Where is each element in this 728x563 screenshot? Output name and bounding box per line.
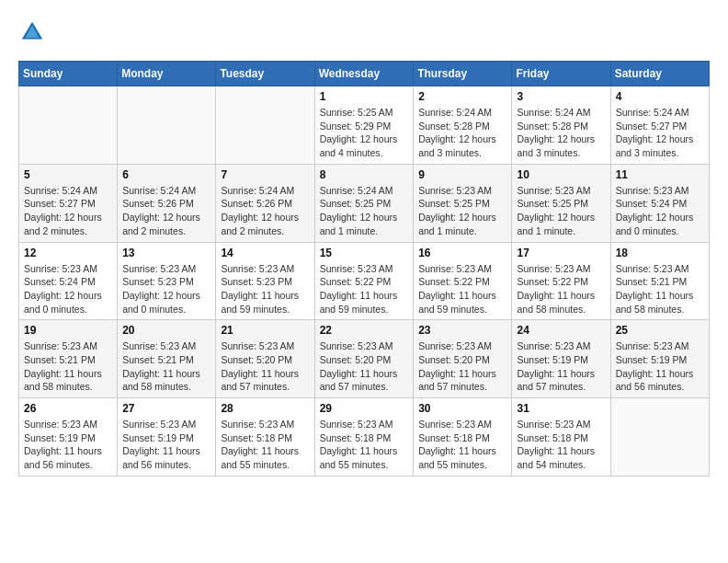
- day-info: Sunrise: 5:24 AMSunset: 5:27 PMDaylight:…: [616, 106, 704, 160]
- logo-icon: [18, 18, 46, 46]
- day-info: Sunrise: 5:23 AMSunset: 5:18 PMDaylight:…: [418, 418, 506, 472]
- calendar-cell: 5Sunrise: 5:24 AMSunset: 5:27 PMDaylight…: [19, 164, 118, 242]
- column-header-sunday: Sunday: [19, 62, 118, 86]
- day-info: Sunrise: 5:23 AMSunset: 5:22 PMDaylight:…: [418, 262, 506, 316]
- day-number: 10: [517, 168, 605, 181]
- day-number: 1: [320, 90, 409, 103]
- calendar-cell: 15Sunrise: 5:23 AMSunset: 5:22 PMDayligh…: [314, 242, 414, 320]
- calendar-cell: 22Sunrise: 5:23 AMSunset: 5:20 PMDayligh…: [314, 320, 414, 398]
- week-row-4: 19Sunrise: 5:23 AMSunset: 5:21 PMDayligh…: [19, 320, 710, 398]
- calendar-cell: 16Sunrise: 5:23 AMSunset: 5:22 PMDayligh…: [414, 242, 512, 320]
- calendar-cell: 26Sunrise: 5:23 AMSunset: 5:19 PMDayligh…: [19, 398, 118, 477]
- day-number: 13: [122, 247, 210, 259]
- logo: [18, 18, 50, 46]
- day-info: Sunrise: 5:23 AMSunset: 5:21 PMDaylight:…: [122, 339, 210, 394]
- day-number: 19: [24, 324, 112, 337]
- day-info: Sunrise: 5:23 AMSunset: 5:23 PMDaylight:…: [122, 262, 210, 316]
- calendar-table: SundayMondayTuesdayWednesdayThursdayFrid…: [18, 61, 710, 477]
- calendar-cell: 28Sunrise: 5:23 AMSunset: 5:18 PMDayligh…: [216, 398, 314, 477]
- calendar-cell: 27Sunrise: 5:23 AMSunset: 5:19 PMDayligh…: [118, 398, 216, 477]
- calendar-cell: 30Sunrise: 5:23 AMSunset: 5:18 PMDayligh…: [414, 398, 512, 477]
- day-info: Sunrise: 5:24 AMSunset: 5:28 PMDaylight:…: [418, 106, 506, 160]
- calendar-cell: 3Sunrise: 5:24 AMSunset: 5:28 PMDaylight…: [512, 86, 610, 165]
- day-number: 17: [517, 247, 605, 259]
- week-row-1: 1Sunrise: 5:25 AMSunset: 5:29 PMDaylight…: [19, 86, 710, 165]
- column-header-monday: Monday: [118, 62, 216, 86]
- column-header-friday: Friday: [512, 62, 610, 86]
- day-number: 11: [616, 168, 704, 181]
- day-info: Sunrise: 5:23 AMSunset: 5:20 PMDaylight:…: [418, 339, 506, 394]
- day-number: 20: [122, 324, 210, 337]
- calendar-cell: 24Sunrise: 5:23 AMSunset: 5:19 PMDayligh…: [512, 320, 610, 398]
- calendar-cell: 7Sunrise: 5:24 AMSunset: 5:26 PMDaylight…: [216, 164, 314, 242]
- day-number: 30: [418, 402, 506, 415]
- column-header-saturday: Saturday: [610, 62, 709, 86]
- day-number: 3: [517, 90, 605, 103]
- day-number: 4: [616, 90, 704, 103]
- day-number: 27: [122, 402, 210, 415]
- calendar-cell: 9Sunrise: 5:23 AMSunset: 5:25 PMDaylight…: [414, 164, 512, 242]
- calendar-cell: 6Sunrise: 5:24 AMSunset: 5:26 PMDaylight…: [118, 164, 216, 242]
- day-number: 18: [616, 247, 704, 259]
- day-info: Sunrise: 5:23 AMSunset: 5:19 PMDaylight:…: [122, 418, 210, 472]
- calendar-cell: [19, 86, 118, 165]
- day-info: Sunrise: 5:23 AMSunset: 5:20 PMDaylight:…: [221, 339, 309, 394]
- calendar-cell: 8Sunrise: 5:24 AMSunset: 5:25 PMDaylight…: [314, 164, 414, 242]
- day-number: 23: [418, 324, 506, 337]
- calendar-cell: 20Sunrise: 5:23 AMSunset: 5:21 PMDayligh…: [118, 320, 216, 398]
- day-info: Sunrise: 5:23 AMSunset: 5:22 PMDaylight:…: [320, 262, 409, 316]
- column-header-wednesday: Wednesday: [314, 62, 414, 86]
- day-info: Sunrise: 5:23 AMSunset: 5:19 PMDaylight:…: [616, 339, 704, 394]
- day-info: Sunrise: 5:23 AMSunset: 5:25 PMDaylight:…: [418, 184, 506, 238]
- calendar-cell: [610, 398, 709, 477]
- day-info: Sunrise: 5:24 AMSunset: 5:25 PMDaylight:…: [320, 184, 409, 238]
- day-number: 12: [24, 247, 112, 259]
- calendar-header-row: SundayMondayTuesdayWednesdayThursdayFrid…: [19, 62, 710, 86]
- day-info: Sunrise: 5:23 AMSunset: 5:20 PMDaylight:…: [320, 339, 409, 394]
- day-info: Sunrise: 5:24 AMSunset: 5:28 PMDaylight:…: [517, 106, 605, 160]
- day-number: 22: [320, 324, 409, 337]
- calendar-cell: 18Sunrise: 5:23 AMSunset: 5:21 PMDayligh…: [610, 242, 709, 320]
- day-info: Sunrise: 5:25 AMSunset: 5:29 PMDaylight:…: [320, 106, 409, 160]
- day-number: 28: [221, 402, 309, 415]
- calendar-cell: 29Sunrise: 5:23 AMSunset: 5:18 PMDayligh…: [314, 398, 414, 477]
- calendar-cell: 12Sunrise: 5:23 AMSunset: 5:24 PMDayligh…: [19, 242, 118, 320]
- day-info: Sunrise: 5:24 AMSunset: 5:27 PMDaylight:…: [24, 184, 112, 238]
- day-info: Sunrise: 5:24 AMSunset: 5:26 PMDaylight:…: [221, 184, 309, 238]
- day-info: Sunrise: 5:23 AMSunset: 5:25 PMDaylight:…: [517, 184, 605, 238]
- calendar-cell: 4Sunrise: 5:24 AMSunset: 5:27 PMDaylight…: [610, 86, 709, 165]
- day-info: Sunrise: 5:23 AMSunset: 5:18 PMDaylight:…: [221, 418, 309, 472]
- day-info: Sunrise: 5:23 AMSunset: 5:21 PMDaylight:…: [24, 339, 112, 394]
- day-number: 8: [320, 168, 409, 181]
- day-number: 14: [221, 247, 309, 259]
- calendar-cell: 1Sunrise: 5:25 AMSunset: 5:29 PMDaylight…: [314, 86, 414, 165]
- calendar-cell: 10Sunrise: 5:23 AMSunset: 5:25 PMDayligh…: [512, 164, 610, 242]
- day-info: Sunrise: 5:23 AMSunset: 5:18 PMDaylight:…: [320, 418, 409, 472]
- calendar-cell: 11Sunrise: 5:23 AMSunset: 5:24 PMDayligh…: [610, 164, 709, 242]
- calendar-cell: 13Sunrise: 5:23 AMSunset: 5:23 PMDayligh…: [118, 242, 216, 320]
- calendar-cell: 23Sunrise: 5:23 AMSunset: 5:20 PMDayligh…: [414, 320, 512, 398]
- day-number: 21: [221, 324, 309, 337]
- week-row-3: 12Sunrise: 5:23 AMSunset: 5:24 PMDayligh…: [19, 242, 710, 320]
- calendar-cell: 2Sunrise: 5:24 AMSunset: 5:28 PMDaylight…: [414, 86, 512, 165]
- column-header-thursday: Thursday: [414, 62, 512, 86]
- week-row-2: 5Sunrise: 5:24 AMSunset: 5:27 PMDaylight…: [19, 164, 710, 242]
- day-number: 29: [320, 402, 409, 415]
- day-number: 24: [517, 324, 605, 337]
- day-info: Sunrise: 5:23 AMSunset: 5:24 PMDaylight:…: [616, 184, 704, 238]
- calendar-cell: 14Sunrise: 5:23 AMSunset: 5:23 PMDayligh…: [216, 242, 314, 320]
- day-info: Sunrise: 5:23 AMSunset: 5:18 PMDaylight:…: [517, 418, 605, 472]
- day-number: 6: [122, 168, 210, 181]
- day-number: 31: [517, 402, 605, 415]
- day-number: 5: [24, 168, 112, 181]
- calendar-cell: 19Sunrise: 5:23 AMSunset: 5:21 PMDayligh…: [19, 320, 118, 398]
- day-number: 2: [418, 90, 506, 103]
- calendar-cell: 31Sunrise: 5:23 AMSunset: 5:18 PMDayligh…: [512, 398, 610, 477]
- calendar-cell: 17Sunrise: 5:23 AMSunset: 5:22 PMDayligh…: [512, 242, 610, 320]
- day-info: Sunrise: 5:23 AMSunset: 5:23 PMDaylight:…: [221, 262, 309, 316]
- day-number: 26: [24, 402, 112, 415]
- day-number: 25: [616, 324, 704, 337]
- calendar-cell: [216, 86, 314, 165]
- day-number: 16: [418, 247, 506, 259]
- page-header: [18, 18, 710, 46]
